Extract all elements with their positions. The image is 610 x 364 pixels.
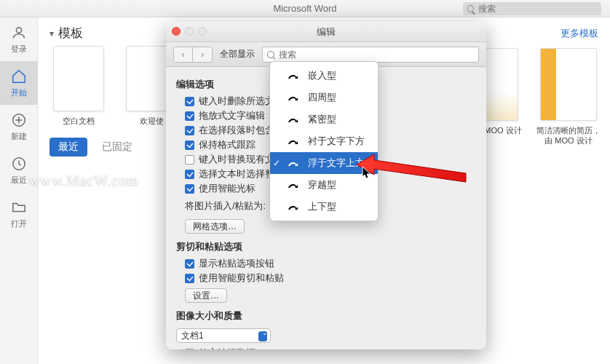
checkbox-label: 使用智能剪切和粘贴	[199, 272, 284, 285]
dropdown-item-label: 上下型	[308, 200, 336, 213]
infront-text-icon	[286, 158, 301, 168]
tab-recent[interactable]: 最近	[49, 138, 87, 157]
tab-pinned[interactable]: 已固定	[93, 138, 141, 157]
clock-icon	[11, 156, 27, 172]
dropdown-item-infront[interactable]: 浮于文字上方	[270, 152, 378, 174]
dropdown-item-inline[interactable]: 嵌入型	[270, 65, 378, 87]
template-thumbnail	[540, 48, 597, 121]
template-label: 简洁清晰的简历，由 MOO 设计	[536, 125, 601, 146]
checkbox[interactable]	[185, 97, 194, 106]
checkbox[interactable]	[185, 111, 194, 121]
close-icon[interactable]	[172, 27, 181, 36]
dropdown-item-label: 衬于文字下方	[308, 135, 365, 148]
prefs-search-input[interactable]	[279, 50, 474, 60]
sidebar-item-open[interactable]: 打开	[0, 192, 38, 236]
section-image-size: 图像大小和质量	[176, 310, 476, 323]
svg-point-0	[16, 27, 21, 32]
dropdown-item-topbottom[interactable]: 上下型	[270, 196, 378, 218]
checkbox-label: 显示粘贴选项按钮	[199, 258, 274, 270]
behind-text-icon	[286, 136, 301, 146]
sheet-title: 编辑	[317, 25, 336, 39]
home-icon	[11, 68, 27, 84]
checkbox-label: 保持格式跟踪	[199, 139, 256, 151]
app-title: Microsoft Word	[273, 3, 336, 14]
image-doc-select[interactable]: 文档1	[176, 328, 271, 343]
sidebar-item-label: 登录	[11, 44, 27, 55]
checkbox[interactable]	[185, 259, 194, 269]
folder-icon	[11, 199, 27, 215]
sidebar-item-label: 打开	[11, 218, 27, 229]
grid-options-button[interactable]: 网格选项…	[185, 219, 245, 234]
sidebar-item-label: 最近	[11, 175, 27, 186]
zoom-icon	[198, 27, 207, 36]
plus-circle-icon	[11, 112, 27, 128]
paste-as-label: 将图片插入/粘贴为:	[185, 200, 266, 213]
settings-button[interactable]: 设置…	[185, 288, 227, 303]
sidebar-item-recent[interactable]: 最近	[0, 149, 38, 192]
dropdown-item-label: 四周型	[308, 91, 336, 104]
checkbox-label: 放弃编辑数据	[199, 347, 256, 350]
templates-heading: 模板	[58, 25, 83, 41]
checkbox[interactable]	[185, 155, 194, 165]
tight-wrap-icon	[286, 114, 301, 124]
more-templates-link[interactable]: 更多模板	[561, 27, 598, 40]
search-icon	[267, 51, 274, 58]
dropdown-item-tight[interactable]: 紧密型	[270, 108, 378, 130]
sidebar-item-home[interactable]: 开始	[0, 61, 38, 105]
inline-wrap-icon	[286, 71, 301, 81]
sidebar-item-login[interactable]: 登录	[0, 17, 38, 61]
checkbox-label: 拖放式文字编辑	[199, 110, 265, 122]
wrap-style-dropdown: 嵌入型 四周型 紧密型 衬于文字下方 浮于文字上方 穿越型 上下型	[269, 61, 379, 221]
global-search-input[interactable]	[478, 4, 597, 14]
dropdown-item-label: 穿越型	[308, 178, 336, 191]
user-icon	[11, 25, 27, 41]
checkbox[interactable]	[185, 349, 194, 350]
top-bottom-wrap-icon	[286, 202, 301, 212]
dropdown-item-through[interactable]: 穿越型	[270, 174, 378, 196]
forward-button[interactable]: ›	[193, 47, 212, 62]
nav-buttons: ‹ ›	[173, 47, 213, 63]
through-wrap-icon	[286, 180, 301, 190]
checkbox[interactable]	[185, 170, 194, 179]
template-resume2[interactable]: 简洁清晰的简历，由 MOO 设计	[536, 48, 601, 146]
sidebar-item-label: 开始	[11, 87, 27, 98]
sidebar: 登录 开始 新建 最近 打开	[0, 17, 38, 364]
dropdown-item-label: 浮于文字上方	[308, 157, 365, 170]
template-thumbnail	[53, 46, 104, 111]
template-label: 空白文档	[63, 116, 95, 126]
app-titlebar: Microsoft Word	[0, 0, 610, 17]
global-search[interactable]	[463, 2, 601, 15]
dropdown-item-behind[interactable]: 衬于文字下方	[270, 130, 378, 152]
checkbox[interactable]	[185, 126, 194, 135]
chevron-down-icon[interactable]: ▾	[49, 28, 54, 39]
minimize-icon	[185, 27, 194, 36]
sidebar-item-label: 新建	[11, 131, 27, 142]
section-cut-paste: 剪切和粘贴选项	[176, 241, 476, 253]
checkbox[interactable]	[185, 274, 194, 283]
window-controls	[172, 27, 207, 36]
show-all-button[interactable]: 全部显示	[220, 48, 255, 60]
sidebar-item-new[interactable]: 新建	[0, 105, 38, 149]
template-label: 欢迎使	[140, 116, 164, 126]
back-button[interactable]: ‹	[174, 47, 193, 62]
square-wrap-icon	[286, 92, 301, 103]
dropdown-item-label: 嵌入型	[308, 69, 336, 82]
template-blank[interactable]: 空白文档	[49, 46, 108, 126]
dropdown-item-label: 紧密型	[308, 113, 336, 126]
dropdown-item-square[interactable]: 四周型	[270, 87, 378, 108]
checkbox[interactable]	[185, 184, 194, 194]
checkbox-label: 使用智能光标	[199, 183, 256, 195]
sheet-titlebar: 编辑	[166, 22, 486, 42]
search-icon	[467, 5, 474, 12]
prefs-search[interactable]	[262, 47, 479, 63]
checkbox[interactable]	[185, 141, 194, 150]
